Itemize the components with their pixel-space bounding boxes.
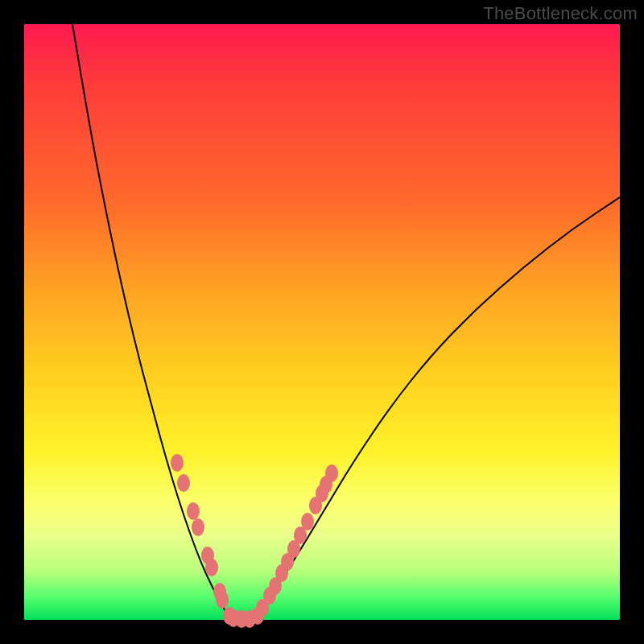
curve-markers [171, 454, 338, 628]
marker-dot [301, 513, 314, 530]
marker-dot [171, 454, 184, 472]
curve-lines [72, 24, 620, 620]
chart-svg [24, 24, 620, 620]
marker-dot [216, 591, 229, 609]
chart-frame: TheBottleneck.com [0, 0, 644, 644]
marker-dot [325, 464, 338, 482]
marker-dot [205, 559, 218, 576]
marker-dot [192, 518, 204, 536]
plot-area [24, 24, 620, 620]
series-left-curve [72, 24, 232, 620]
watermark-text: TheBottleneck.com [483, 3, 638, 24]
marker-dot [187, 502, 200, 520]
series-right-curve [254, 197, 620, 620]
marker-dot [177, 474, 190, 492]
